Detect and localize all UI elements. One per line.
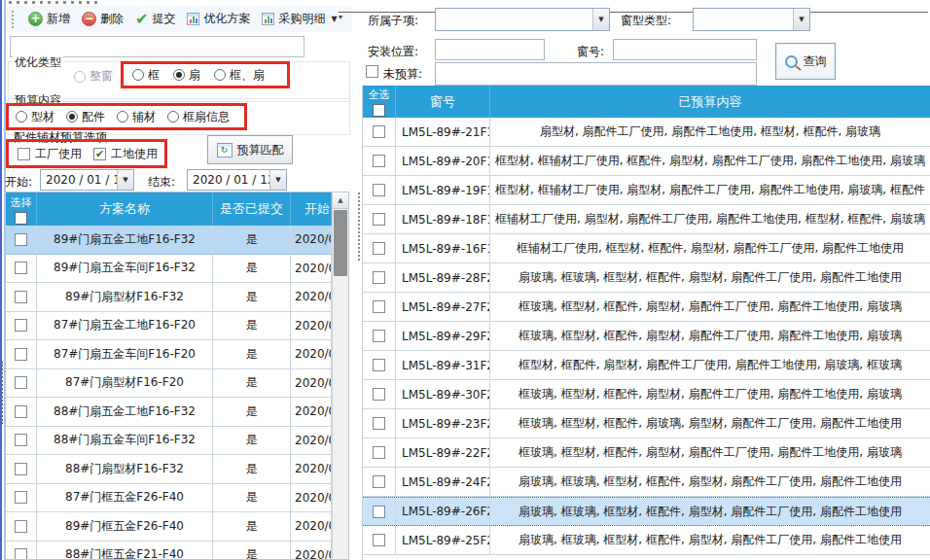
toolbar-button-submit[interactable]: ✔提交 <box>129 8 181 30</box>
row-checkbox[interactable] <box>373 184 385 196</box>
checkbox-工地使用[interactable]: 工地使用 <box>93 146 158 162</box>
row-select-cell[interactable] <box>6 484 37 513</box>
row-checkbox[interactable] <box>373 213 385 226</box>
row-checkbox[interactable] <box>373 534 385 546</box>
start-date-dropdown-arrow[interactable]: ▼ <box>117 170 133 190</box>
table-row[interactable]: 87#门框五金F26-F40是2020/0 <box>6 484 348 513</box>
row-select-cell[interactable] <box>6 340 37 369</box>
window-no-input[interactable] <box>613 39 757 60</box>
unbudgeted-checkbox[interactable] <box>366 65 378 78</box>
row-select-cell[interactable] <box>363 526 396 555</box>
table-row[interactable]: LM5L-89#-27F25框玻璃, 框型材, 框配件, 扇型材, 扇配件工厂使… <box>363 293 930 322</box>
submitted-column-header[interactable]: 是否已提交 <box>213 192 291 226</box>
row-select-cell[interactable] <box>6 398 37 427</box>
panel-splitter-grip[interactable] <box>358 192 360 261</box>
row-select-cell[interactable] <box>363 147 396 176</box>
start-date-picker[interactable]: 2020 / 01 / 1 ▼ <box>40 169 134 191</box>
radio-型材[interactable]: 型材 <box>16 109 54 125</box>
select-all-checkbox-right[interactable] <box>373 104 385 117</box>
table-row[interactable]: LM5L-89#-16F15框辅材工厂使用, 框型材, 框配件, 扇型材, 扇配… <box>363 234 930 263</box>
table-row[interactable]: LM5L-89#-30F28框玻璃, 框型材, 框配件, 扇型材, 扇配件工厂使… <box>363 380 930 409</box>
row-select-cell[interactable] <box>363 380 396 409</box>
radio-框[interactable]: 框 <box>132 67 160 84</box>
install-pos-input[interactable] <box>435 39 545 60</box>
row-select-cell[interactable] <box>363 263 396 293</box>
row-checkbox[interactable] <box>15 463 27 475</box>
row-select-cell[interactable] <box>363 468 396 497</box>
table-row[interactable]: 88#门扇五金工地F16-F32是2020/0 <box>6 398 348 427</box>
row-select-cell[interactable] <box>363 234 396 263</box>
window-type-dropdown-arrow[interactable]: ▼ <box>793 9 809 30</box>
row-select-cell[interactable] <box>363 351 396 380</box>
table-row[interactable]: LM5L-89#-22F20框玻璃, 框型材, 框配件, 扇型材, 扇配件工厂使… <box>363 438 930 468</box>
start-column-header[interactable]: 开始 <box>291 192 332 226</box>
table-row[interactable]: LM5L-89#-26F24扇玻璃, 框玻璃, 框型材, 框配件, 扇型材, 扇… <box>363 497 930 526</box>
row-checkbox[interactable] <box>15 491 27 504</box>
row-select-cell[interactable] <box>6 542 37 560</box>
row-checkbox[interactable] <box>15 405 27 418</box>
row-select-cell[interactable] <box>6 226 37 255</box>
row-checkbox[interactable] <box>373 242 385 255</box>
row-checkbox[interactable] <box>373 359 385 371</box>
row-select-cell[interactable] <box>6 427 37 456</box>
radio-扇[interactable]: 扇 <box>173 67 200 84</box>
table-row[interactable]: LM5L-89#-28F26扇玻璃, 框玻璃, 框型材, 框配件, 扇型材, 扇… <box>363 263 930 293</box>
end-date-picker[interactable]: 2020 / 01 / 13 ▼ <box>187 169 287 191</box>
row-select-cell[interactable] <box>363 409 396 438</box>
row-select-cell[interactable] <box>363 438 396 468</box>
table-row[interactable]: LM5L-89#-24F22扇玻璃, 框玻璃, 框型材, 框配件, 扇型材, 扇… <box>363 468 930 497</box>
row-checkbox[interactable] <box>373 330 385 342</box>
budgeted-content-column-header[interactable]: 已预算内容 <box>490 86 930 118</box>
select-all-checkbox[interactable] <box>15 212 27 225</box>
scrollbar-thumb[interactable] <box>334 210 347 276</box>
table-row[interactable]: 89#门扇型材F16-F32是2020/0 <box>6 283 348 312</box>
plan-name-column-header[interactable]: 方案名称 <box>37 192 213 226</box>
row-checkbox[interactable] <box>15 434 27 446</box>
radio-配件[interactable]: 配件 <box>66 109 105 125</box>
table-row[interactable]: LM5L-89#-21F19扇型材, 扇配件工厂使用, 扇配件工地使用, 框型材… <box>363 118 930 147</box>
radio-框扇信息[interactable]: 框扇信息 <box>167 109 230 125</box>
row-checkbox[interactable] <box>15 262 27 274</box>
table-row[interactable]: 87#门扇型材F16-F20是2020/0 <box>6 369 348 399</box>
row-select-cell[interactable] <box>363 118 396 147</box>
row-select-cell[interactable] <box>6 455 37 484</box>
table-row[interactable]: 88#门扇五金车间F16-F32是2020/0 <box>6 427 348 456</box>
row-select-cell[interactable] <box>363 205 396 234</box>
table-row[interactable]: LM5L-89#-23F21框玻璃, 框型材, 框配件, 扇玻璃, 扇型材, 扇… <box>363 409 930 438</box>
window-no-column-header[interactable]: 窗号 <box>396 86 490 118</box>
row-checkbox[interactable] <box>373 417 385 430</box>
row-select-cell[interactable] <box>363 322 396 351</box>
toolbar-button-delete[interactable]: −删除 <box>76 9 129 29</box>
table-row[interactable]: LM5L-89#-31F29框型材, 框配件, 扇型材, 扇配件工厂使用, 扇配… <box>363 351 930 380</box>
toolbar-button-optimize-plan[interactable]: 优化方案 <box>181 9 256 29</box>
left-splitter-grip[interactable] <box>1 362 3 424</box>
table-row[interactable]: 89#门框五金F26-F40是2020/0 <box>6 512 348 542</box>
row-checkbox[interactable] <box>373 155 385 167</box>
row-select-cell[interactable] <box>6 312 37 341</box>
radio-辅材[interactable]: 辅材 <box>117 109 156 125</box>
table-row[interactable]: 89#门扇五金工地F16-F32是2020/0 <box>6 226 348 255</box>
toolbar-grip[interactable] <box>12 11 17 28</box>
row-select-cell[interactable] <box>363 293 396 322</box>
table-row[interactable]: LM5L-89#-19F17框型材, 框辅材工厂使用, 扇型材, 扇配件工厂使用… <box>363 176 930 205</box>
row-checkbox[interactable] <box>373 506 385 518</box>
end-date-dropdown-arrow[interactable]: ▼ <box>269 170 286 190</box>
row-checkbox[interactable] <box>373 475 385 488</box>
budget-match-button[interactable]: ↻ 预算匹配 <box>207 135 293 164</box>
row-checkbox[interactable] <box>15 520 27 533</box>
row-select-cell[interactable] <box>363 498 396 525</box>
row-checkbox[interactable] <box>15 319 27 332</box>
radio-框、扇[interactable]: 框、扇 <box>214 67 265 84</box>
row-select-cell[interactable] <box>6 369 37 399</box>
table-row[interactable]: 88#门框五金F21-F40是2020/0 <box>6 542 348 560</box>
row-checkbox[interactable] <box>373 271 385 284</box>
row-checkbox[interactable] <box>373 388 385 401</box>
window-type-dropdown[interactable]: ▼ <box>693 8 810 31</box>
table-row[interactable]: LM5L-89#-29F27框玻璃, 框型材, 框配件, 扇型材, 扇配件工厂使… <box>363 322 930 351</box>
row-checkbox[interactable] <box>373 125 385 138</box>
row-checkbox[interactable] <box>15 291 27 303</box>
row-checkbox[interactable] <box>373 446 385 459</box>
row-select-cell[interactable] <box>6 283 37 312</box>
row-checkbox[interactable] <box>15 233 27 246</box>
checkbox-工厂使用[interactable]: 工厂使用 <box>18 146 82 162</box>
